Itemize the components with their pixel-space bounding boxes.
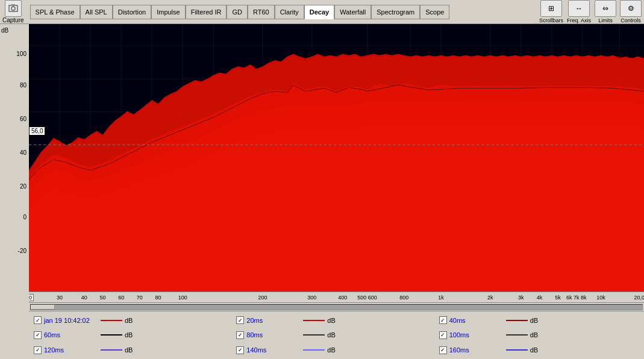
- scrollbars-label: Scrollbars: [539, 17, 563, 24]
- legend-label: 80ms: [246, 331, 301, 339]
- legend-checkbox[interactable]: ✓: [236, 346, 244, 354]
- tab-spl-phase[interactable]: SPL & Phase: [30, 5, 80, 19]
- x-label: 80: [155, 295, 161, 301]
- legend-item: ✓ 160ms dB: [439, 343, 639, 357]
- tab-bar: SPL & PhaseAll SPLDistortionImpulseFilte…: [30, 5, 450, 19]
- capture-label: Capture: [2, 17, 24, 24]
- legend-checkbox[interactable]: ✓: [34, 316, 42, 324]
- y-label-60: 60: [20, 116, 27, 122]
- legend-item: ✓ 100ms dB: [439, 329, 639, 342]
- tab-spectrogram[interactable]: Spectrogram: [371, 5, 420, 19]
- y-axis: dB 100806040200-20: [0, 24, 29, 359]
- legend-label: 40ms: [449, 317, 504, 324]
- legend: ✓ jan 19 10:42:02 dB ✓ 20ms dB ✓ 40ms dB…: [29, 311, 644, 359]
- chart-area[interactable]: 56,0: [29, 24, 644, 292]
- x-label: 200: [258, 295, 267, 301]
- controls-icon: ⚙: [620, 0, 642, 17]
- x-label: 400: [338, 295, 347, 301]
- legend-label: 120ms: [44, 346, 98, 354]
- legend-label: 60ms: [44, 331, 98, 339]
- legend-line-color: [506, 334, 528, 336]
- scrollbar-area[interactable]: [29, 302, 644, 311]
- legend-unit: dB: [530, 331, 538, 339]
- x-label: 40: [81, 295, 87, 301]
- x-axis: 20304050607080100200300400500 6008001k2k…: [29, 292, 644, 302]
- x-label: 800: [399, 295, 408, 301]
- capture-button[interactable]: Capture: [2, 0, 24, 24]
- svg-rect-2: [11, 4, 15, 6]
- legend-checkbox[interactable]: ✓: [34, 331, 42, 339]
- toolbar: Capture SPL & PhaseAll SPLDistortionImpu…: [0, 0, 644, 24]
- freq-axis-label: Freq. Axis: [567, 17, 591, 24]
- controls-label: Controls: [621, 17, 641, 24]
- x-label: 3k: [518, 295, 524, 301]
- x-label: 70: [137, 295, 143, 301]
- legend-unit: dB: [125, 331, 133, 339]
- x-label: 30: [57, 295, 63, 301]
- tab-impulse[interactable]: Impulse: [151, 5, 186, 19]
- value-display: 56,0: [31, 128, 43, 134]
- legend-checkbox[interactable]: ✓: [439, 346, 447, 354]
- x-label: 50: [100, 295, 106, 301]
- value-indicator: 56,0: [29, 126, 45, 136]
- tab-all-spl[interactable]: All SPL: [80, 5, 113, 19]
- legend-line-color: [101, 349, 122, 351]
- legend-unit: dB: [530, 317, 538, 324]
- scrollbar-track[interactable]: [30, 304, 643, 310]
- x-label: 20: [29, 294, 34, 301]
- legend-unit: dB: [530, 346, 538, 354]
- legend-item: ✓ 20ms dB: [236, 314, 436, 327]
- freq-axis-icon: ↔: [568, 0, 590, 17]
- legend-checkbox[interactable]: ✓: [439, 331, 447, 339]
- x-label: 2k: [487, 295, 493, 301]
- legend-unit: dB: [125, 346, 133, 354]
- legend-line-color: [303, 320, 325, 321]
- tab-distortion[interactable]: Distortion: [113, 5, 151, 19]
- y-label-40: 40: [20, 149, 27, 156]
- legend-line-color: [506, 320, 528, 321]
- y-label-neg20: -20: [18, 248, 27, 254]
- legend-item: ✓ 40ms dB: [439, 314, 639, 327]
- x-label: 10k: [596, 295, 605, 301]
- y-axis-title: dB: [1, 27, 8, 34]
- tab-filtered-ir[interactable]: Filtered IR: [186, 5, 227, 19]
- tab-waterfall[interactable]: Waterfall: [334, 5, 371, 19]
- legend-label: 160ms: [449, 346, 504, 354]
- tool-controls[interactable]: ⚙ Controls: [620, 0, 642, 23]
- legend-line-color: [101, 334, 122, 336]
- x-label: 1k: [438, 295, 444, 301]
- chart-svg: [29, 24, 644, 292]
- x-label: 20,0kHz: [634, 295, 644, 301]
- legend-line-color: [303, 334, 325, 336]
- legend-label: 100ms: [449, 331, 504, 339]
- legend-line-color: [101, 320, 122, 321]
- legend-checkbox[interactable]: ✓: [439, 316, 447, 324]
- legend-checkbox[interactable]: ✓: [236, 316, 244, 324]
- y-label-20: 20: [20, 183, 27, 190]
- legend-item: ✓ jan 19 10:42:02 dB: [34, 314, 234, 327]
- tab-decay[interactable]: Decay: [304, 5, 334, 19]
- legend-unit: dB: [125, 317, 133, 324]
- x-label: 60: [118, 295, 124, 301]
- legend-line-color: [303, 349, 325, 351]
- tool-freq-axis[interactable]: ↔ Freq. Axis: [567, 0, 591, 23]
- scrollbars-icon: ⊞: [540, 0, 562, 17]
- legend-item: ✓ 140ms dB: [236, 343, 436, 357]
- legend-checkbox[interactable]: ✓: [34, 346, 42, 354]
- tab-gd[interactable]: GD: [227, 5, 248, 19]
- legend-item: ✓ 60ms dB: [34, 329, 234, 342]
- legend-checkbox[interactable]: ✓: [236, 331, 244, 339]
- tab-scope[interactable]: Scope: [420, 5, 449, 19]
- scrollbar-thumb[interactable]: [31, 305, 55, 310]
- legend-label: 20ms: [246, 317, 301, 324]
- limits-icon: ⇔: [595, 0, 616, 17]
- tool-limits[interactable]: ⇔ Limits: [595, 0, 616, 23]
- tab-clarity[interactable]: Clarity: [275, 5, 304, 19]
- tool-scrollbars[interactable]: ⊞ Scrollbars: [539, 0, 563, 23]
- tab-rt60[interactable]: RT60: [248, 5, 275, 19]
- right-tools: ⊞ Scrollbars ↔ Freq. Axis ⇔ Limits ⚙ Con…: [539, 0, 642, 23]
- legend-label: 140ms: [246, 346, 301, 354]
- legend-unit: dB: [327, 331, 335, 339]
- x-label: 300: [307, 295, 316, 301]
- legend-line-color: [506, 349, 528, 351]
